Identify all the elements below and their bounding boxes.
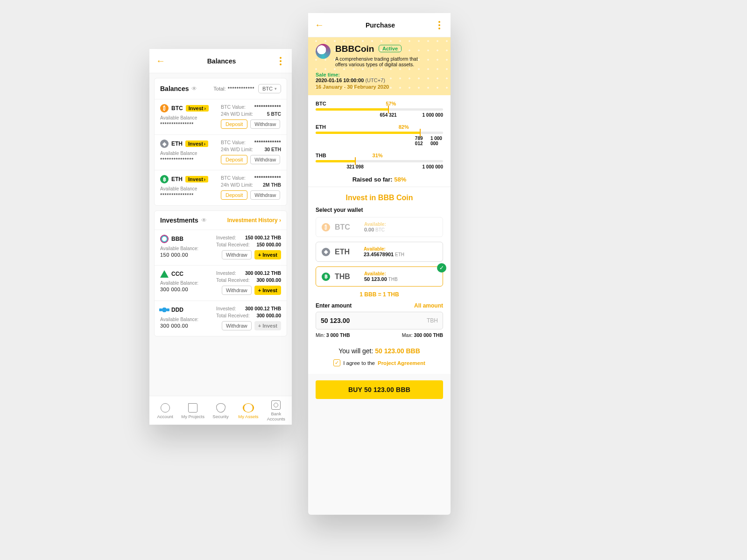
available-balance-label: Available Balance (160, 115, 221, 120)
withdraw-button[interactable]: Withdraw (222, 250, 252, 259)
progress-percent: 31% (373, 153, 383, 158)
invest-chip[interactable]: Invest › (186, 105, 209, 112)
progress-bar (316, 108, 443, 111)
more-menu-icon[interactable] (276, 57, 285, 65)
balances-heading: Balances (160, 85, 189, 92)
invested-value: 300 000.12 THB (245, 306, 281, 311)
agree-checkbox[interactable]: ✓ (333, 359, 340, 366)
sale-start-value: 2020-01-16 10:00:00 (316, 77, 364, 83)
back-arrow-icon[interactable]: ← (156, 56, 167, 66)
progress-percent: 57% (386, 101, 396, 106)
tab-label: My Projects (181, 414, 204, 419)
total-unit-dropdown[interactable]: BTC ▾ (258, 84, 281, 93)
tab-icon (244, 403, 253, 413)
invested-label: Invested: (216, 306, 236, 311)
topbar: ← Balances (149, 49, 292, 73)
project-agreement-link[interactable]: Project Agreement (378, 360, 425, 366)
raised-summary: Raised so far: 58% (316, 176, 443, 183)
tab-my projects[interactable]: My Projects (179, 403, 206, 419)
wallet-option-eth[interactable]: ◆ ETH Available: 23.45678901 ETH (316, 242, 443, 262)
progress-row-eth: ETH 82% 789 012 1 000 000 (316, 124, 443, 146)
eth-coin-icon: ฿ (160, 175, 169, 183)
deposit-button[interactable]: Deposit (221, 119, 247, 129)
invest-chip[interactable]: Invest › (185, 176, 208, 182)
progress-current: 654 321 (380, 112, 397, 118)
withdraw-button[interactable]: Withdraw (250, 190, 280, 200)
investment-history-link[interactable]: Investment History › (227, 217, 281, 224)
ddd-coin-icon (160, 306, 169, 314)
visibility-icon[interactable]: 👁 (191, 85, 197, 92)
withdraw-button[interactable]: Withdraw (250, 119, 280, 129)
tab-icon (188, 403, 197, 413)
received-value: 300 000.00 (256, 277, 281, 283)
wd-limit-value: 5 BTC (267, 111, 281, 117)
btc-value: ************ (254, 104, 281, 110)
progress-current: 321 098 (347, 164, 364, 169)
investment-row-bbb: BBB Available Balance: 150 000.00 Invest… (155, 230, 287, 266)
wallet-available-value: 0.00 (364, 227, 374, 232)
progress-max: 1 000 000 (423, 112, 444, 118)
wallet-option-btc[interactable]: ₿ BTC Available: 0.00 BTC (316, 217, 443, 237)
progress-row-btc: BTC 57% 654 321 1 000 000 (316, 101, 443, 118)
amount-input[interactable]: 50 123.00 TBH (316, 312, 443, 329)
withdraw-button[interactable]: Withdraw (222, 321, 252, 330)
available-balance-value: 300 000.00 (160, 287, 216, 292)
bottom-tabbar: Account My Projects Security My Assets B… (149, 396, 292, 425)
status-badge: Active (379, 45, 402, 52)
asset-symbol: ETH (171, 140, 183, 147)
tab-icon (161, 403, 170, 413)
purchase-screen: ← Purchase BBBCoin Active A comprehensiv… (308, 13, 451, 515)
btc-coin-icon: ₿ (322, 223, 330, 231)
buy-button[interactable]: BUY 50 123.00 BBB (316, 380, 443, 399)
available-balance-value: *************** (160, 121, 221, 127)
ccc-coin-icon (160, 270, 169, 278)
investments-card: Investments 👁 Investment History › BBB A… (154, 210, 287, 336)
tab-bank accounts[interactable]: Bank Accounts (262, 400, 290, 421)
you-get-amount: 50 123.00 BBB (375, 347, 420, 355)
received-value: 150 000.00 (256, 242, 281, 247)
back-arrow-icon[interactable]: ← (315, 20, 326, 30)
progress-fill (316, 108, 388, 111)
raised-percent: 58% (394, 176, 406, 183)
sale-time-label: Sale time: (316, 72, 443, 77)
tab-my assets[interactable]: My Assets (234, 403, 262, 419)
invested-label: Invested: (216, 235, 236, 240)
more-menu-icon[interactable] (435, 21, 444, 29)
tab-label: Account (157, 414, 173, 419)
tab-account[interactable]: Account (151, 403, 179, 419)
wd-limit-value: 2M THB (263, 182, 281, 188)
tab-security[interactable]: Security (207, 403, 234, 419)
asset-symbol: BTC (171, 105, 183, 112)
visibility-icon[interactable]: 👁 (201, 217, 207, 224)
invest-button[interactable]: + Invest (254, 286, 281, 295)
progress-symbol: ETH (316, 124, 331, 130)
balances-screen: ← Balances Balances 👁 Total: ***********… (149, 49, 292, 425)
project-hero: BBBCoin Active A comprehensive trading p… (308, 37, 451, 95)
btc-value: ************ (254, 140, 281, 145)
balance-row-eth: ◆ ETH Invest › Available Balance *******… (155, 135, 287, 170)
project-name: BBBCoin (335, 44, 374, 54)
amount-value: 50 123.00 (321, 317, 427, 324)
progress-max: 1 000 000 (430, 136, 443, 146)
chevron-right-icon: › (204, 177, 205, 182)
balance-row-btc: ₿ BTC Invest › Available Balance *******… (155, 99, 287, 135)
invest-chip[interactable]: Invest › (185, 140, 208, 147)
received-value: 300 000.00 (256, 313, 281, 318)
progress-symbol: BTC (316, 101, 331, 106)
deposit-button[interactable]: Deposit (221, 190, 247, 200)
invest-button[interactable]: + Invest (254, 250, 281, 259)
all-amount-link[interactable]: All amount (414, 302, 443, 309)
total-value: ************ (228, 86, 254, 91)
deposit-button[interactable]: Deposit (221, 155, 247, 164)
topbar: ← Purchase (308, 13, 451, 37)
amount-row: Enter amount All amount (316, 302, 443, 309)
withdraw-button[interactable]: Withdraw (250, 155, 280, 164)
withdraw-button[interactable]: Withdraw (222, 286, 252, 295)
progress-percent: 82% (399, 124, 409, 130)
wallet-option-thb[interactable]: ฿ THB Available: 50 123.00 THB ✓ (316, 266, 443, 287)
wd-limit-label: 24h W/D Limit: (221, 182, 253, 188)
sale-time-block: Sale time: 2020-01-16 10:00:00 (UTC+7) 1… (316, 72, 443, 90)
btc-value: ************ (254, 175, 281, 181)
received-label: Total Received: (216, 313, 250, 318)
exchange-rate: 1 BBB = 1 THB (316, 291, 443, 298)
